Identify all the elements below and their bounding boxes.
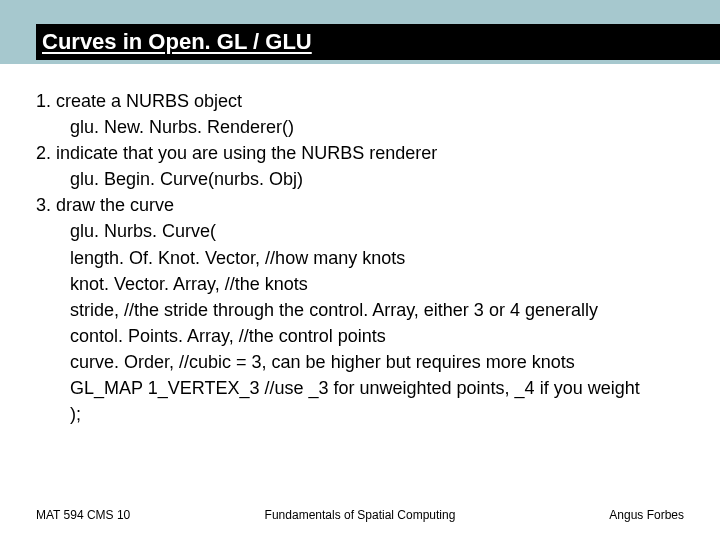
footer-right: Angus Forbes [468,508,684,522]
content-line: stride, //the stride through the control… [36,297,684,323]
content-line: 1. create a NURBS object [36,88,684,114]
content-line: curve. Order, //cubic = 3, can be higher… [36,349,684,375]
slide-title: Curves in Open. GL / GLU [36,29,312,55]
content-line: knot. Vector. Array, //the knots [36,271,684,297]
footer-center: Fundamentals of Spatial Computing [252,508,468,522]
content-line: 2. indicate that you are using the NURBS… [36,140,684,166]
header-band: Curves in Open. GL / GLU [0,0,720,64]
content-line: glu. Nurbs. Curve( [36,218,684,244]
content-line: contol. Points. Array, //the control poi… [36,323,684,349]
slide-content: 1. create a NURBS objectglu. New. Nurbs.… [0,64,720,427]
content-line: glu. Begin. Curve(nurbs. Obj) [36,166,684,192]
content-line: glu. New. Nurbs. Renderer() [36,114,684,140]
content-line: GL_MAP 1_VERTEX_3 //use _3 for unweighte… [36,375,684,401]
content-line: length. Of. Knot. Vector, //how many kno… [36,245,684,271]
footer: MAT 594 CMS 10 Fundamentals of Spatial C… [0,508,720,522]
content-line: ); [36,401,684,427]
title-bar: Curves in Open. GL / GLU [36,24,720,60]
content-line: 3. draw the curve [36,192,684,218]
footer-left: MAT 594 CMS 10 [36,508,252,522]
